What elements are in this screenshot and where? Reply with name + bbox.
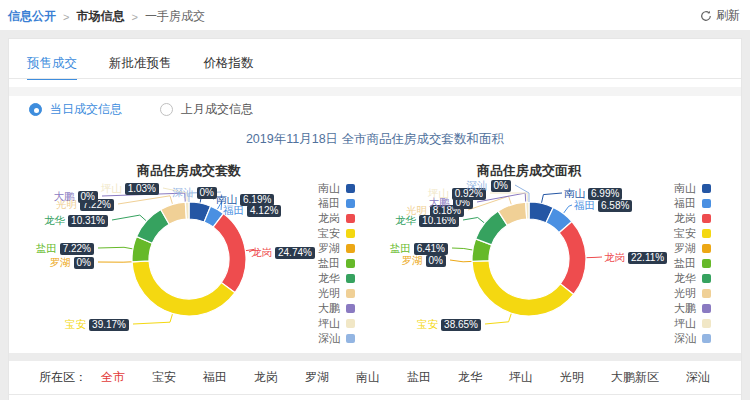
breadcrumb-separator: > bbox=[63, 11, 69, 23]
legend-label: 大鹏 bbox=[674, 301, 696, 316]
legend-chip-baoan bbox=[702, 229, 711, 238]
legend-item-guangming[interactable]: 光明 bbox=[651, 286, 711, 301]
donut-slice-longgang[interactable] bbox=[559, 221, 586, 294]
legend-chip-dapeng bbox=[702, 304, 711, 313]
legend-chip-nanshan bbox=[702, 184, 711, 193]
legend-label: 龙华 bbox=[674, 271, 696, 286]
filter-option-baoan[interactable]: 宝安 bbox=[152, 369, 176, 386]
legend-label: 盐田 bbox=[674, 256, 696, 271]
filter-option-yantian[interactable]: 盐田 bbox=[407, 369, 431, 386]
label-line-yantian bbox=[452, 248, 473, 250]
slice-label-name: 龙华 bbox=[44, 214, 65, 226]
label-line-longgang bbox=[586, 257, 602, 258]
slice-label-name: 深汕 bbox=[173, 186, 194, 198]
legend-label: 宝安 bbox=[318, 226, 340, 241]
slice-label-value: 38.65% bbox=[441, 319, 481, 331]
legend-label: 光明 bbox=[318, 286, 340, 301]
slice-label-yantian: 盐田7.22% bbox=[36, 242, 94, 254]
slice-label-name: 坪山 bbox=[101, 182, 122, 194]
legend-item-dapeng[interactable]: 大鹏 bbox=[295, 301, 355, 316]
slice-label-name: 福田 bbox=[223, 204, 244, 216]
slice-label-value: 4.12% bbox=[247, 205, 281, 217]
filter-option-dapengxinqu[interactable]: 大鹏新区 bbox=[611, 369, 659, 386]
legend-item-pingshan[interactable]: 坪山 bbox=[651, 316, 711, 331]
slice-label-longgang: 龙岗24.74% bbox=[251, 246, 315, 258]
donut-charts-canvas bbox=[9, 39, 743, 359]
donut-slice-pingshan[interactable] bbox=[185, 202, 189, 219]
legend-item-longhua[interactable]: 龙华 bbox=[651, 271, 711, 286]
legend-item-baoan[interactable]: 宝安 bbox=[651, 226, 711, 241]
legend-item-pingshan[interactable]: 坪山 bbox=[295, 316, 355, 331]
breadcrumb-info-disclosure[interactable]: 信息公开 bbox=[8, 8, 56, 25]
slice-label-name: 罗湖 bbox=[402, 254, 423, 266]
filter-option-futian[interactable]: 福田 bbox=[203, 369, 227, 386]
legend-item-longgang[interactable]: 龙岗 bbox=[295, 211, 355, 226]
slice-label-name: 宝安 bbox=[65, 318, 86, 330]
legend-item-longgang[interactable]: 龙岗 bbox=[651, 211, 711, 226]
slice-label-value: 10.31% bbox=[68, 215, 108, 227]
label-line-futian bbox=[563, 205, 572, 214]
slice-label-value: 6.58% bbox=[598, 200, 632, 212]
filter-option-nanshan[interactable]: 南山 bbox=[356, 369, 380, 386]
legend-chip-shenshan bbox=[702, 334, 711, 343]
legend-label: 福田 bbox=[318, 196, 340, 211]
donut-slice-baoan[interactable] bbox=[472, 261, 574, 316]
legend-label: 罗湖 bbox=[318, 241, 340, 256]
legend-item-longhua[interactable]: 龙华 bbox=[295, 271, 355, 286]
filter-option-guangming[interactable]: 光明 bbox=[560, 369, 584, 386]
breadcrumb-market-info[interactable]: 市场信息 bbox=[76, 8, 124, 25]
filter-option-longgang[interactable]: 龙岗 bbox=[254, 369, 278, 386]
chart-title-units: 商品住房成交套数 bbox=[137, 162, 241, 180]
slice-label-shenshan: 深汕0% bbox=[173, 186, 217, 198]
slice-label-longhua: 龙华10.31% bbox=[44, 214, 108, 226]
breadcrumb: 信息公开 > 市场信息 > 一手房成交 bbox=[8, 8, 205, 25]
filter-option-quanshi[interactable]: 全市 bbox=[101, 369, 125, 386]
donut-slice-pingshan[interactable] bbox=[526, 202, 529, 219]
slice-label-luohu: 罗湖0% bbox=[50, 256, 94, 268]
slice-label-value: 22.11% bbox=[628, 252, 667, 264]
legend-item-shenshan[interactable]: 深汕 bbox=[295, 331, 355, 346]
slice-label-value: 6.41% bbox=[414, 243, 448, 255]
slice-label-value: 0% bbox=[491, 180, 511, 192]
filter-option-longhua[interactable]: 龙华 bbox=[458, 369, 482, 386]
legend-chip-shenshan bbox=[346, 334, 355, 343]
legend-item-guangming[interactable]: 光明 bbox=[295, 286, 355, 301]
label-line-longhua bbox=[112, 215, 147, 221]
filter-option-pingshan[interactable]: 坪山 bbox=[509, 369, 533, 386]
refresh-button[interactable]: 刷新 bbox=[700, 7, 740, 24]
slice-label-name: 深汕 bbox=[467, 179, 488, 191]
donut-slice-longgang[interactable] bbox=[213, 214, 246, 293]
legend-item-nanshan[interactable]: 南山 bbox=[295, 181, 355, 196]
legend-chip-guangming bbox=[346, 289, 355, 298]
legend-item-shenshan[interactable]: 深汕 bbox=[651, 331, 711, 346]
legend-item-nanshan[interactable]: 南山 bbox=[651, 181, 711, 196]
slice-label-name: 罗湖 bbox=[50, 256, 71, 268]
legend-label: 南山 bbox=[318, 181, 340, 196]
label-line-nanshan bbox=[541, 193, 562, 203]
slice-label-yantian: 盐田6.41% bbox=[390, 242, 448, 254]
slice-label-value: 1.03% bbox=[125, 183, 159, 195]
label-line-baoan bbox=[133, 314, 173, 324]
slice-label-name: 龙岗 bbox=[604, 251, 625, 263]
slice-label-futian: 福田6.58% bbox=[574, 199, 632, 211]
top-bar: 信息公开 > 市场信息 > 一手房成交 刷新 bbox=[0, 0, 750, 30]
legend-item-futian[interactable]: 福田 bbox=[295, 196, 355, 211]
district-filter-row: 所在区： 全市宝安福田龙岗罗湖南山盐田龙华坪山光明大鹏新区深汕 bbox=[9, 361, 741, 395]
slice-label-baoan: 宝安38.65% bbox=[417, 318, 481, 330]
slice-label-value: 0% bbox=[78, 191, 98, 203]
label-line-luohu bbox=[450, 260, 472, 262]
slice-label-value: 7.22% bbox=[60, 243, 94, 255]
slice-label-name: 宝安 bbox=[417, 318, 438, 330]
legend-label: 福田 bbox=[674, 196, 696, 211]
label-line-longhua bbox=[463, 218, 485, 224]
legend-chip-longhua bbox=[702, 274, 711, 283]
filter-option-shenshan[interactable]: 深汕 bbox=[686, 369, 710, 386]
chart-title-area: 商品住房成交面积 bbox=[477, 162, 581, 180]
legend-units: 南山福田龙岗宝安罗湖盐田龙华光明大鹏坪山深汕 bbox=[295, 181, 355, 346]
slice-label-name: 光明 bbox=[406, 204, 427, 216]
legend-item-baoan[interactable]: 宝安 bbox=[295, 226, 355, 241]
legend-item-dapeng[interactable]: 大鹏 bbox=[651, 301, 711, 316]
filter-option-luohu[interactable]: 罗湖 bbox=[305, 369, 329, 386]
legend-item-futian[interactable]: 福田 bbox=[651, 196, 711, 211]
donut-slice-baoan[interactable] bbox=[132, 261, 235, 316]
